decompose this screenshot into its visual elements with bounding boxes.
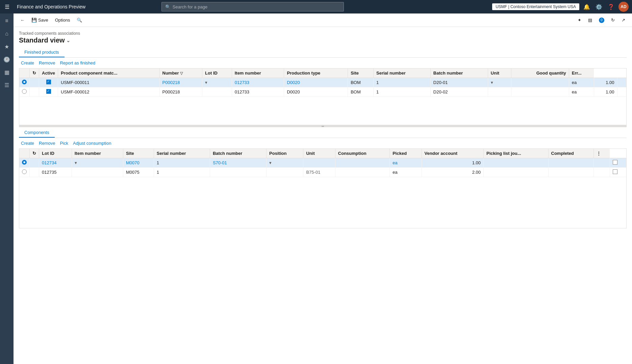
- comp-row-completed[interactable]: [610, 168, 626, 177]
- comp-row-unit: ea: [390, 168, 422, 177]
- comp-row-picking: [594, 158, 610, 168]
- col-site-header: Site: [348, 68, 374, 78]
- settings-button[interactable]: ⚙️: [594, 2, 604, 11]
- comp-row-consumption: 2.00: [422, 168, 483, 177]
- refresh-button[interactable]: ↻: [608, 16, 617, 24]
- comp-col-site: Site: [123, 149, 154, 158]
- top-nav-right: USMF | Contoso Entertainment System USA …: [492, 2, 629, 12]
- global-search-bar[interactable]: 🔍 Search for a page: [161, 2, 344, 11]
- row-active-check[interactable]: [39, 87, 58, 97]
- row-itemnumber[interactable]: D0020: [284, 78, 348, 87]
- environment-badge[interactable]: USMF | Contoso Entertainment System USA: [492, 3, 579, 10]
- comp-row-lotid[interactable]: 012734: [39, 158, 72, 168]
- row-serialnumber-dropdown[interactable]: ▾: [488, 78, 511, 87]
- personalize-button[interactable]: ✦: [575, 16, 584, 24]
- row-number-dropdown[interactable]: ▾: [202, 78, 232, 87]
- comp-row-completed[interactable]: [610, 158, 626, 168]
- help-button[interactable]: ❓: [606, 2, 616, 11]
- comp-row-site: 1: [154, 168, 210, 177]
- comp-row-serialnumber[interactable]: S70-01: [210, 158, 266, 168]
- table-row[interactable]: 012735 M0075 1 B75-01 ea 2.00: [19, 168, 626, 177]
- table-row[interactable]: USMF-000012 P000218 012733 D0020 BOM 1 D…: [19, 87, 626, 97]
- back-button[interactable]: ←: [18, 16, 27, 24]
- comp-col-itemnumber: Item number: [72, 149, 123, 158]
- table-row[interactable]: 012734 ▾ M0070 1 S70-01 ▾ ea 1.00: [19, 158, 626, 168]
- row-productiontype: BOM: [348, 87, 374, 97]
- components-section: Components Create Remove Pick Adjust con…: [19, 127, 627, 228]
- remove-finished-button[interactable]: Remove: [37, 60, 57, 66]
- create-finished-button[interactable]: Create: [19, 60, 36, 66]
- hamburger-menu-button[interactable]: ☰: [3, 2, 11, 11]
- comp-col-consumption: Consumption: [335, 149, 389, 158]
- sidebar-modules-icon[interactable]: ☰: [1, 79, 13, 91]
- row-active-check[interactable]: [39, 78, 58, 87]
- row-serialnumber: D20-02: [430, 87, 488, 97]
- col-batchnumber-header: Batch number: [430, 68, 488, 78]
- comp-row-batchnumber: [303, 158, 335, 168]
- row-serialnumber-dropdown: [488, 87, 511, 97]
- row-goodqty: 1.00: [594, 87, 617, 97]
- comp-row-site: 1: [154, 158, 210, 168]
- comp-row-unit: ea: [390, 158, 422, 168]
- comp-row-radio[interactable]: [19, 168, 30, 177]
- page-title: Standard view ⌄: [19, 36, 627, 44]
- comp-row-lotid-dropdown[interactable]: ▾: [72, 158, 123, 168]
- row-product-component: USMF-000011: [58, 78, 159, 87]
- comp-row-serial-dropdown[interactable]: ▾: [267, 158, 303, 168]
- finished-products-grid[interactable]: ↻ Active Product component matc... Numbe…: [19, 68, 627, 125]
- remove-component-button[interactable]: Remove: [37, 140, 57, 146]
- options-button[interactable]: Options: [52, 16, 73, 24]
- finished-products-header-row: ↻ Active Product component matc... Numbe…: [19, 68, 626, 78]
- comp-row-position: [335, 158, 389, 168]
- view-toggle-button[interactable]: ▤: [585, 16, 595, 24]
- sidebar-workspaces-icon[interactable]: ▦: [1, 66, 13, 78]
- table-row[interactable]: USMF-000011 P000218 ▾ 012733 D0020 BOM 1…: [19, 78, 626, 87]
- col-serialnumber-header: Serial number: [374, 68, 431, 78]
- notifications-button[interactable]: 🔔: [582, 2, 591, 11]
- sidebar-favorites-icon[interactable]: ★: [1, 40, 13, 53]
- pick-component-button[interactable]: Pick: [58, 140, 70, 146]
- app-title: Finance and Operations Preview: [17, 4, 85, 9]
- view-dropdown-chevron[interactable]: ⌄: [66, 38, 70, 43]
- comp-row-itemnumber[interactable]: M0070: [123, 158, 154, 168]
- row-product-component: USMF-000012: [58, 87, 159, 97]
- open-in-new-button[interactable]: ↗: [619, 16, 628, 24]
- comp-row-batchnumber: B75-01: [303, 168, 335, 177]
- row-unit: ea: [569, 78, 594, 87]
- number-filter-icon[interactable]: ▽: [180, 71, 183, 75]
- tab-finished-products[interactable]: Finished products: [19, 47, 65, 57]
- col-product-component-header: Product component matc...: [58, 68, 159, 78]
- create-component-button[interactable]: Create: [19, 140, 36, 146]
- comp-row-radio[interactable]: [19, 158, 30, 168]
- row-site: 1: [374, 78, 431, 87]
- user-avatar[interactable]: AD: [618, 2, 629, 12]
- comp-row-picking: [594, 168, 610, 177]
- row-goodqty: 1.00: [594, 78, 617, 87]
- components-grid[interactable]: ↻ Lot ID Item number Site Serial number …: [19, 148, 627, 228]
- row-itemnumber: D0020: [284, 87, 348, 97]
- row-serialnumber: D20-01: [430, 78, 488, 87]
- sidebar-home-icon[interactable]: ⌂: [1, 28, 13, 40]
- components-action-bar: Create Remove Pick Adjust consumption: [19, 138, 627, 148]
- comp-col-refresh: ↻: [30, 149, 39, 158]
- comp-row-consumption: 1.00: [422, 158, 483, 168]
- comp-row-lotid: 012735: [39, 168, 72, 177]
- row-radio[interactable]: [19, 78, 30, 87]
- sidebar-expand-icon[interactable]: ≡: [1, 15, 13, 27]
- row-number-dropdown: [202, 87, 232, 97]
- comp-row-picked: [484, 168, 549, 177]
- row-number[interactable]: P000218: [159, 78, 202, 87]
- search-placeholder: Search for a page: [173, 4, 207, 9]
- row-error: [617, 87, 626, 97]
- comp-col-completed: Completed: [548, 149, 594, 158]
- adjust-consumption-button[interactable]: Adjust consumption: [71, 140, 113, 146]
- save-button[interactable]: 💾 Save: [29, 16, 51, 24]
- row-radio[interactable]: [19, 87, 30, 97]
- row-lotid[interactable]: 012733: [232, 78, 284, 87]
- row-number: P000218: [159, 87, 202, 97]
- report-as-finished-button[interactable]: Report as finished: [58, 60, 97, 66]
- badge-button[interactable]: 0: [596, 16, 607, 24]
- search-toolbar-button[interactable]: 🔍: [74, 16, 85, 24]
- sidebar-recent-icon[interactable]: 🕐: [1, 53, 13, 65]
- components-tab[interactable]: Components: [19, 127, 55, 138]
